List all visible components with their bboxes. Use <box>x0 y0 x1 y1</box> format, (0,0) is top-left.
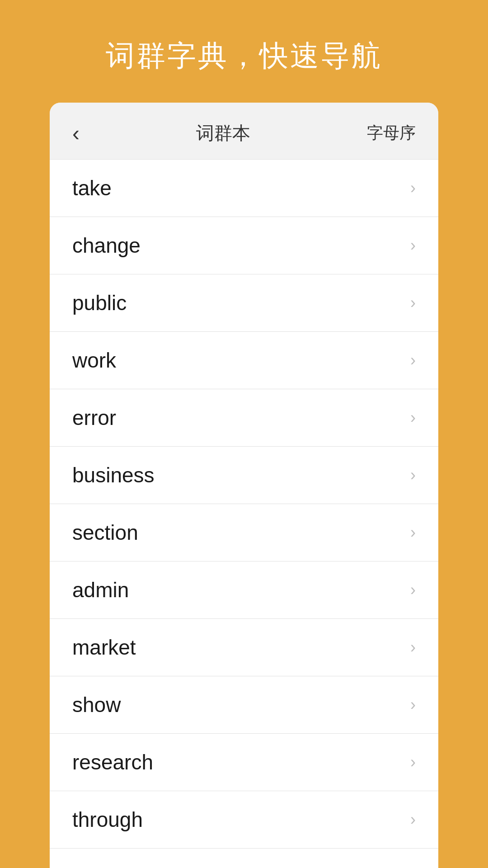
item-label: work <box>72 348 116 373</box>
nav-bar: ‹ 词群本 字母序 <box>50 103 438 160</box>
list-item[interactable]: work› <box>50 332 438 389</box>
sort-button[interactable]: 字母序 <box>367 122 416 144</box>
item-label: error <box>72 406 116 430</box>
chevron-right-icon: › <box>410 466 416 485</box>
item-label: section <box>72 520 138 545</box>
chevron-right-icon: › <box>410 351 416 370</box>
item-label: public <box>72 291 127 315</box>
list-item[interactable]: section› <box>50 504 438 561</box>
list-item[interactable]: research› <box>50 734 438 791</box>
list-item[interactable]: through› <box>50 791 438 849</box>
list-item[interactable]: show› <box>50 676 438 734</box>
item-label: show <box>72 693 121 717</box>
chevron-right-icon: › <box>410 408 416 427</box>
chevron-right-icon: › <box>410 810 416 829</box>
item-label: market <box>72 635 136 660</box>
chevron-right-icon: › <box>410 523 416 542</box>
main-card: ‹ 词群本 字母序 take›change›public›work›error›… <box>50 103 438 868</box>
list-item[interactable]: market› <box>50 619 438 676</box>
list-item[interactable]: business› <box>50 447 438 504</box>
chevron-right-icon: › <box>410 753 416 772</box>
chevron-right-icon: › <box>410 580 416 599</box>
chevron-right-icon: › <box>410 236 416 255</box>
list-item[interactable]: public› <box>50 274 438 332</box>
item-label: business <box>72 463 155 487</box>
item-label: research <box>72 750 153 774</box>
nav-title: 词群本 <box>196 121 250 146</box>
list-item[interactable]: change› <box>50 217 438 274</box>
item-label: change <box>72 233 141 258</box>
item-label: result <box>72 865 123 868</box>
word-list: take›change›public›work›error›business›s… <box>50 160 438 868</box>
item-label: admin <box>72 578 129 602</box>
item-label: through <box>72 807 143 832</box>
list-item[interactable]: result› <box>50 849 438 868</box>
back-button[interactable]: ‹ <box>72 123 80 144</box>
item-label: take <box>72 176 112 200</box>
chevron-right-icon: › <box>410 293 416 312</box>
chevron-right-icon: › <box>410 695 416 714</box>
chevron-right-icon: › <box>410 638 416 657</box>
chevron-right-icon: › <box>410 179 416 198</box>
list-item[interactable]: admin› <box>50 561 438 619</box>
list-item[interactable]: error› <box>50 389 438 447</box>
page-title: 词群字典，快速导航 <box>79 36 409 75</box>
list-item[interactable]: take› <box>50 160 438 217</box>
